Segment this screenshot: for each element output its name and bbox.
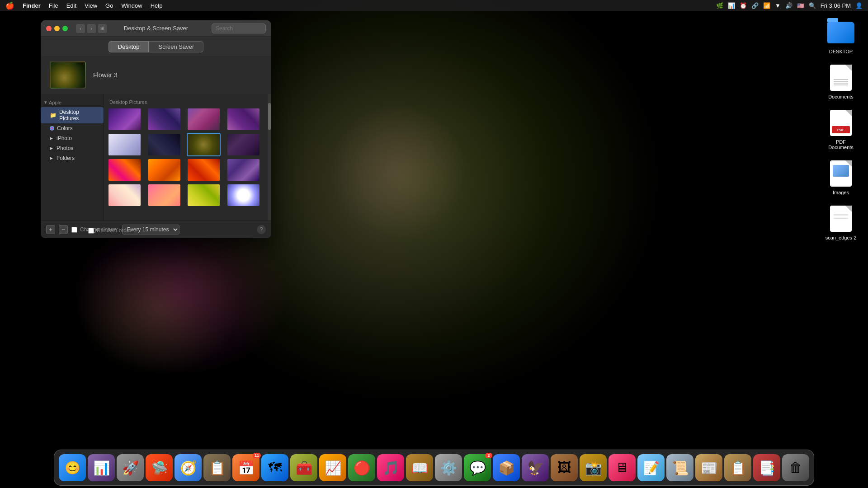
window-search-input[interactable]	[212, 23, 266, 33]
dock-item-numbers[interactable]: 🔴	[348, 454, 375, 481]
thumbnail-2[interactable]	[147, 108, 181, 131]
desktop-icon-desktop-label: DESKTOP	[829, 49, 853, 54]
menubar-time: Fri 3:06 PM	[821, 2, 851, 9]
menu-window[interactable]: Window	[121, 2, 142, 9]
preview-name: Flower 3	[93, 71, 118, 79]
random-order-checkbox[interactable]	[88, 228, 94, 234]
sidebar-item-desktop-pictures[interactable]: 📁 Desktop Pictures	[41, 107, 104, 123]
dock-item-prefs[interactable]: ⚙️	[435, 454, 462, 481]
dock-item-app2[interactable]: 📊	[88, 454, 115, 481]
remove-source-button[interactable]: −	[59, 225, 68, 234]
sidebar-folders-label: Folders	[57, 155, 75, 161]
dock-item-notefile[interactable]: 📋	[203, 454, 231, 481]
tab-desktop[interactable]: Desktop	[108, 41, 149, 52]
scrollbar-thumb[interactable]	[268, 103, 271, 130]
menubar-status-5: ▼	[775, 2, 781, 9]
thumbnail-3[interactable]	[187, 108, 221, 131]
dock-item-app24[interactable]: 📋	[724, 454, 751, 481]
desktop-icon-images[interactable]: Images	[823, 159, 859, 195]
window-back-button[interactable]: ‹	[76, 24, 85, 33]
thumbnail-7[interactable]	[187, 133, 221, 156]
thumbnail-10[interactable]	[147, 158, 181, 182]
menu-go[interactable]: Go	[105, 2, 113, 9]
dock-item-app23[interactable]: 📰	[695, 454, 722, 481]
sidebar-item-iphoto[interactable]: ▶ iPhoto	[41, 133, 104, 143]
menubar-user: 👤	[855, 2, 863, 9]
menu-finder[interactable]: Finder	[23, 2, 41, 9]
tab-screen-saver[interactable]: Screen Saver	[149, 41, 203, 52]
sidebar-item-folders[interactable]: ▶ Folders	[41, 153, 104, 163]
thumbnail-14[interactable]	[147, 183, 181, 207]
dock: 😊 📊 🚀 🛸 🧭 📋 📅 11 🗺 🧰 📈 🔴 🎵 📖 ⚙️ 💬 2 📦 🦅 …	[54, 450, 814, 486]
dock-item-finder[interactable]: 😊	[59, 454, 86, 481]
thumbnail-13[interactable]	[108, 183, 142, 207]
window-maximize-button[interactable]	[62, 26, 68, 31]
sidebar: ▾ Apple 📁 Desktop Pictures Colors ▶ iPho…	[41, 94, 104, 221]
dock-item-app8[interactable]: 🗺	[261, 454, 288, 481]
desktop-icon-pdf[interactable]: PDF PDF Documents	[823, 108, 859, 150]
window-toolbar: Desktop Screen Saver	[41, 37, 271, 56]
dock-item-app19[interactable]: 📸	[580, 454, 607, 481]
desktop-icon-documents[interactable]: Documents	[823, 63, 859, 99]
window-grid-button[interactable]: ⊞	[98, 24, 107, 33]
dock-item-app25[interactable]: 📑	[753, 454, 780, 481]
sidebar-photos-label: Photos	[57, 145, 73, 151]
window-content: ▾ Apple 📁 Desktop Pictures Colors ▶ iPho…	[41, 94, 271, 221]
dock-item-trash[interactable]: 🗑	[782, 454, 809, 481]
menubar-search[interactable]: 🔍	[809, 2, 816, 9]
menu-help[interactable]: Help	[151, 2, 163, 9]
dock-item-app20[interactable]: 🖥	[609, 454, 636, 481]
dock-item-messages[interactable]: 💬 2	[464, 454, 491, 481]
desktop-icon-desktop[interactable]: DESKTOP	[823, 18, 859, 54]
section-label: Desktop Pictures	[108, 98, 264, 108]
dock-item-app9[interactable]: 🧰	[290, 454, 317, 481]
change-picture-checkbox[interactable]	[71, 227, 77, 233]
thumbnail-16[interactable]	[226, 183, 260, 207]
dock-item-appstore[interactable]: 📦	[493, 454, 520, 481]
desktop-icon-scan[interactable]: scan_edges 2	[823, 204, 859, 240]
thumbnail-5[interactable]	[108, 133, 142, 156]
help-button[interactable]: ?	[257, 225, 266, 234]
sidebar-section-apple[interactable]: ▾ Apple	[41, 98, 104, 107]
menu-view[interactable]: View	[85, 2, 97, 9]
dock-item-app4[interactable]: 🛸	[146, 454, 173, 481]
menubar-status-3: ⏰	[740, 2, 747, 9]
sidebar-item-photos[interactable]: ▶ Photos	[41, 143, 104, 153]
thumbnail-4[interactable]	[226, 108, 260, 131]
sidebar-desktop-pictures-label: Desktop Pictures	[59, 109, 100, 122]
dock-item-itunes[interactable]: 🎵	[377, 454, 404, 481]
sidebar-item-colors[interactable]: Colors	[41, 123, 104, 133]
menubar-left: 🍎 Finder File Edit View Go Window Help	[5, 1, 162, 10]
thumbnail-12[interactable]	[226, 158, 260, 182]
dock-item-launchpad[interactable]: 🚀	[117, 454, 144, 481]
dock-item-app22[interactable]: 📜	[666, 454, 693, 481]
dock-item-app18[interactable]: 🖼	[551, 454, 578, 481]
dock-item-calendar[interactable]: 📅 11	[232, 454, 259, 481]
window-forward-button[interactable]: ›	[87, 24, 96, 33]
dock-item-safari[interactable]: 🧭	[175, 454, 202, 481]
dock-item-app21[interactable]: 📝	[637, 454, 665, 481]
apple-menu[interactable]: 🍎	[5, 1, 14, 10]
thumbnail-6[interactable]	[147, 133, 181, 156]
menu-file[interactable]: File	[49, 2, 58, 9]
thumbnail-8[interactable]	[226, 133, 260, 156]
iphoto-arrow-icon: ▶	[50, 136, 53, 141]
dock-item-app17[interactable]: 🦅	[522, 454, 549, 481]
window-minimize-button[interactable]	[54, 26, 60, 31]
thumbnail-15[interactable]	[187, 183, 221, 207]
menubar-flag: 🇺🇸	[797, 2, 804, 9]
folder-icon: 📁	[50, 112, 57, 118]
scrollbar-track[interactable]	[268, 94, 271, 221]
desktop-icons-container: DESKTOP Documents PDF PDF Documents Imag…	[823, 18, 859, 240]
menu-edit[interactable]: Edit	[66, 2, 76, 9]
window-close-button[interactable]	[46, 26, 52, 31]
photos-arrow-icon: ▶	[50, 146, 53, 150]
dock-item-app10[interactable]: 📈	[319, 454, 346, 481]
folders-arrow-icon: ▶	[50, 156, 53, 160]
add-source-button[interactable]: +	[46, 225, 55, 234]
menubar-volume: 🔊	[785, 2, 793, 9]
thumbnail-1[interactable]	[108, 108, 142, 131]
thumbnail-9[interactable]	[108, 158, 142, 182]
thumbnail-11[interactable]	[187, 158, 221, 182]
dock-item-books[interactable]: 📖	[406, 454, 433, 481]
